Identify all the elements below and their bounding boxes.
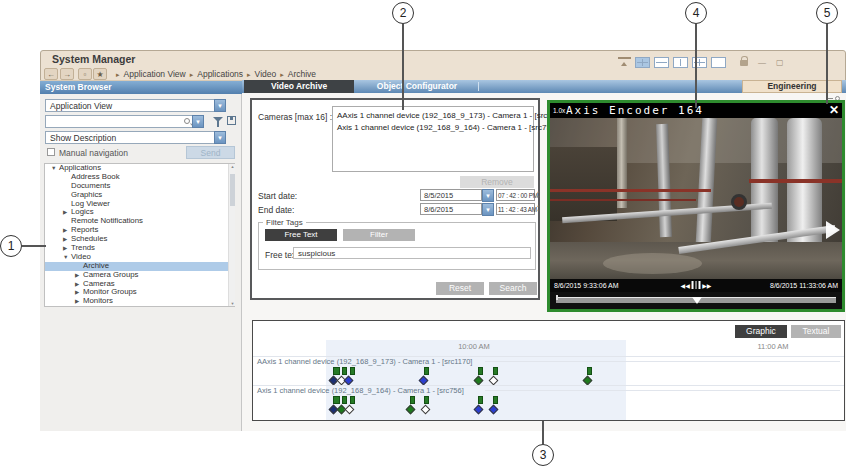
tree-item-cameras[interactable]: ▶Cameras [45,280,234,289]
recording-segment-marker[interactable] [424,367,429,375]
tree-expander-icon[interactable]: ▼ [75,306,83,307]
save-icon[interactable] [227,116,236,125]
fast-forward-icon[interactable]: ▶▶ [702,282,711,289]
scroll-up-icon[interactable]: ▲ [229,164,236,169]
start-time-field[interactable]: 07 : 42 : 00 PM [496,189,535,201]
camera-list-item[interactable]: Axis 1 channel device (192_168_9_164) - … [337,122,533,134]
playback-controls[interactable]: ◀◀ ▶▶ [681,281,712,289]
tree-expander-icon[interactable]: ▶ [75,297,83,306]
tab-separator [478,82,479,91]
close-icon[interactable]: ✕ [829,103,839,117]
manual-navigation-label: Manual navigation [59,148,128,158]
tree-item-sequences[interactable]: ▼Sequences [45,306,234,307]
recording-segment-marker[interactable] [350,367,355,375]
navigation-tree: ▼ApplicationsAddress BookDocumentsGraphi… [44,163,235,307]
breadcrumb[interactable]: ▸Application View▸Applications▸Video▸Arc… [112,69,316,79]
end-time-spinner[interactable]: ▲▼ [535,203,542,215]
window-mode-button[interactable]: ▫ [78,68,92,80]
forward-button[interactable]: → [60,68,74,80]
recording-segment-marker[interactable] [342,367,347,375]
end-date-arrow[interactable]: ▼ [482,203,494,216]
free-text-tab[interactable]: Free Text [265,229,337,241]
timeline-row-label: Axis 1 channel device (192_168_9_164) - … [257,386,464,395]
recording-segment-marker[interactable] [350,396,355,404]
scrubber-handle[interactable] [692,297,702,304]
search-button[interactable]: Search [489,282,537,295]
graphic-button[interactable]: Graphic [735,325,787,338]
recording-segment-marker[interactable] [478,367,483,375]
description-select-arrow[interactable]: ▼ [214,131,226,144]
manual-navigation-checkbox[interactable] [47,148,55,156]
filter-tags-label: Filter Tags [263,218,306,227]
recording-segment-marker[interactable] [333,396,340,404]
recording-segment-marker[interactable] [493,367,498,375]
tree-item-monitor-groups[interactable]: ▶Monitor Groups [45,288,234,297]
description-select[interactable]: Show Description [45,131,215,144]
recording-segment-marker[interactable] [333,367,340,375]
tree-expander-icon[interactable]: ▶ [63,235,71,244]
tree-item-label: Remote Notifications [71,216,143,225]
remove-button[interactable]: Remove [460,176,534,188]
play-icon[interactable] [826,221,840,239]
tree-expander-icon[interactable]: ▶ [75,271,83,280]
search-dropdown-arrow[interactable]: ▼ [192,115,204,128]
end-time-field[interactable]: 11 : 42 : 43 AM [496,203,535,215]
timeline-chart[interactable]: 10:00 AM11:00 AMAAxis 1 channel device (… [253,340,844,420]
callout-line-4 [695,24,697,108]
tree-expander-icon[interactable]: ▶ [75,280,83,289]
recording-segment-marker[interactable] [587,367,592,375]
tab-object-configurator[interactable]: Object Configurator [356,80,478,93]
tree-item-monitors[interactable]: ▶Monitors [45,297,234,306]
tree-item-video[interactable]: ▼Video [45,253,234,262]
rewind-icon[interactable]: ◀◀ [681,282,690,289]
textual-button[interactable]: Textual [791,325,841,338]
cameras-listbox[interactable]: AAxis 1 channel device (192_168_9_173) -… [332,106,534,172]
recording-segment-marker[interactable] [493,396,498,404]
breadcrumb-item[interactable]: Applications [197,69,243,79]
scroll-down-icon[interactable]: ▼ [229,301,236,306]
favorites-button[interactable]: ★ [93,68,107,80]
start-time-spinner[interactable]: ▲▼ [535,189,542,201]
scrubber-track[interactable] [556,297,836,303]
breadcrumb-item[interactable]: Application View [124,69,186,79]
tree-expander-icon[interactable]: ▶ [63,226,71,235]
tree-item-archive[interactable]: Archive [45,262,234,271]
tree-expander-icon[interactable]: ▶ [63,208,71,217]
back-arrow-icon: ← [47,70,55,79]
recording-segment-marker[interactable] [342,396,347,404]
reset-button[interactable]: Reset [436,282,484,295]
spin-down-icon: ▼ [537,208,541,213]
callout-line-5 [826,24,828,104]
cameras-label: Cameras [max 16] : [258,112,332,122]
tree-item-camera-groups[interactable]: ▶Camera Groups [45,271,234,280]
filter-tab[interactable]: Filter [343,229,415,241]
start-date-field[interactable]: 8/5/2015 [420,189,482,201]
breadcrumb-item[interactable]: Archive [288,69,316,79]
playback-speed: 1.0x [553,107,565,114]
recording-segment-marker[interactable] [410,396,415,404]
player-info-bar: 8/6/2015 9:33:06 AM ◀◀ ▶▶ 8/6/2015 11:33… [550,279,842,292]
view-select[interactable]: Application View [45,99,215,112]
breadcrumb-item[interactable]: Video [255,69,277,79]
player-scrubber[interactable] [550,292,842,309]
filter-icon[interactable] [213,117,223,122]
send-button[interactable]: Send [186,146,235,159]
view-select-arrow[interactable]: ▼ [214,99,226,112]
tree-item-label: Monitor Groups [83,287,137,296]
end-date-field[interactable]: 8/6/2015 [420,203,482,215]
scrollbar-thumb[interactable] [230,174,235,206]
tree-scrollbar[interactable]: ▲ ▼ [228,164,235,306]
start-date-arrow[interactable]: ▼ [482,189,494,202]
tree-expander-icon[interactable]: ▶ [63,244,71,253]
tree-expander-icon[interactable]: ▶ [75,288,83,297]
tree-expander-icon[interactable]: ▼ [63,253,71,262]
chevron-down-icon: ▼ [217,103,223,109]
recording-segment-marker[interactable] [478,396,483,404]
tree-expander-icon[interactable]: ▼ [51,164,59,173]
recording-segment-marker[interactable] [424,396,429,404]
tab-video-archive[interactable]: Video Archive [244,80,354,93]
search-input[interactable] [45,115,193,128]
free-text-input[interactable]: suspicious [293,247,531,259]
back-button[interactable]: ← [44,68,58,80]
camera-list-item[interactable]: AAxis 1 channel device (192_168_9_173) -… [337,110,533,122]
